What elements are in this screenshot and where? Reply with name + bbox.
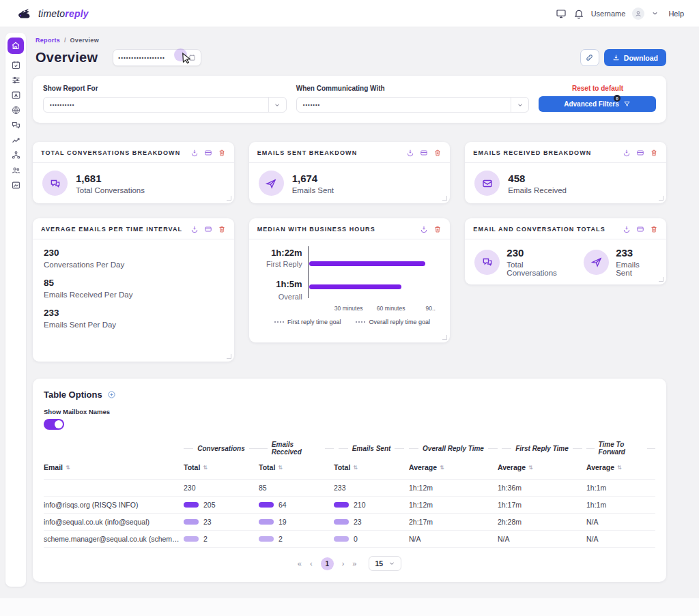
emails-sent-value: 1,674: [292, 173, 334, 184]
sort-icon[interactable]: ⇅: [66, 465, 70, 471]
col-first-average[interactable]: Average⇅: [498, 456, 586, 479]
page-prev-button[interactable]: ‹: [310, 559, 313, 568]
card-delete-icon[interactable]: [650, 225, 658, 233]
help-link[interactable]: Help: [668, 10, 684, 18]
table-column-header: Email⇅ Total⇅ Total⇅ Total⇅ Average⇅ Ave…: [44, 456, 655, 480]
advanced-filters-button[interactable]: Advanced Filters 0: [539, 96, 656, 112]
card-download-icon[interactable]: [623, 149, 631, 157]
avatar[interactable]: [632, 8, 644, 20]
sidebar-item-conversations[interactable]: [10, 119, 22, 131]
card-delete-icon[interactable]: [433, 225, 442, 233]
card-delete-icon[interactable]: [218, 225, 226, 233]
card-delete-icon[interactable]: [433, 149, 442, 157]
breadcrumb-reports[interactable]: Reports: [35, 37, 60, 44]
card-download-icon[interactable]: [420, 225, 428, 233]
card-panel-icon[interactable]: [420, 149, 428, 157]
advanced-filters-badge: 0: [614, 95, 620, 102]
sort-icon[interactable]: ⇅: [203, 465, 208, 471]
totals-conversations-value: 230: [507, 247, 574, 259]
col-overall-average[interactable]: Average⇅: [409, 456, 498, 479]
sidebar-item-home[interactable]: [8, 38, 24, 54]
conversations-per-day-label: Conversations Per Day: [44, 261, 223, 269]
card-emails-received: EMAILS RECEIVED BREAKDOWN 458 Emails Rec…: [465, 142, 666, 203]
table-row[interactable]: info@risqs.org (RISQS INFO) 205 64 210 1…: [44, 497, 655, 514]
sort-icon[interactable]: ⇅: [353, 465, 358, 471]
value-bar: [184, 502, 199, 508]
table-row[interactable]: info@sequal.co.uk (info@sequal) 23 19 23…: [44, 514, 655, 531]
legend-dash-icon: [356, 321, 365, 323]
card-delete-icon[interactable]: [650, 149, 658, 157]
card-download-icon[interactable]: [406, 149, 414, 157]
sidebar-item-users[interactable]: [10, 164, 22, 176]
sidebar-item-web[interactable]: [10, 104, 22, 116]
bell-icon[interactable]: [573, 8, 584, 19]
sort-icon[interactable]: ⇅: [278, 465, 283, 471]
card-download-icon[interactable]: [190, 149, 199, 157]
home-icon: [11, 41, 20, 50]
card-panel-icon[interactable]: [204, 225, 212, 233]
monitor-icon[interactable]: [556, 8, 567, 19]
share-link-button[interactable]: [580, 49, 599, 66]
sort-icon[interactable]: ⇅: [528, 465, 533, 471]
card-download-icon[interactable]: [190, 225, 199, 233]
card-panel-icon[interactable]: [636, 149, 644, 157]
paper-plane-icon: [590, 256, 603, 268]
card-title: TOTAL CONVERSATIONS BREAKDOWN: [41, 149, 180, 156]
reset-to-default-link[interactable]: Reset to default: [572, 85, 623, 92]
card-title: EMAIL AND CONVERSATION TOTALS: [473, 226, 605, 233]
sort-icon[interactable]: ⇅: [617, 465, 622, 471]
sort-icon[interactable]: ⇅: [440, 465, 444, 471]
download-button[interactable]: Download: [604, 49, 666, 66]
resize-handle[interactable]: [442, 335, 447, 340]
page-current[interactable]: 1: [321, 557, 334, 570]
resize-handle[interactable]: [227, 196, 231, 201]
table-row[interactable]: scheme.manager@sequal.co.uk (schem… 2 2 …: [44, 531, 655, 548]
page-next-button[interactable]: ›: [342, 559, 345, 568]
emails-received-per-day-label: Emails Received Per Day: [44, 291, 223, 299]
page-size-select[interactable]: 15: [369, 556, 401, 571]
card-panel-icon[interactable]: [636, 225, 644, 233]
legend-first-reply-goal: First reply time goal: [287, 319, 341, 325]
funnel-icon: [623, 100, 631, 108]
card-panel-icon[interactable]: [204, 149, 212, 157]
sidebar-item-analytics[interactable]: [10, 134, 22, 146]
sidebar-item-teams[interactable]: [10, 149, 22, 161]
chevron-down-icon: [388, 560, 395, 567]
col-email[interactable]: Email⇅: [44, 456, 184, 479]
col-received-total[interactable]: Total⇅: [259, 456, 334, 479]
page-first-button[interactable]: «: [298, 559, 302, 568]
show-report-for-select[interactable]: ••••••••••: [43, 97, 287, 113]
x-tick-90: 90..: [426, 305, 436, 312]
col-forward-average[interactable]: Average⇅: [586, 456, 655, 479]
col-conversations-total[interactable]: Total⇅: [184, 456, 259, 479]
when-communicating-select[interactable]: •••••••: [296, 97, 529, 113]
sidebar-item-settings-list[interactable]: [10, 74, 22, 86]
sidebar-item-contacts[interactable]: [10, 89, 22, 101]
chevron-down-icon[interactable]: [651, 10, 659, 17]
show-mailbox-names-toggle[interactable]: [44, 419, 64, 430]
resize-handle[interactable]: [659, 196, 664, 201]
resize-handle[interactable]: [442, 196, 447, 201]
col-sent-total[interactable]: Total⇅: [334, 456, 409, 479]
card-emails-sent: EMAILS SENT BREAKDOWN 1,674 Emails Sent: [249, 142, 451, 203]
group-conversations: Conversations: [184, 445, 259, 452]
table-options-title: Table Options: [44, 390, 102, 400]
totals-conversations-label: Total Conversations: [507, 261, 574, 277]
resize-handle[interactable]: [659, 277, 664, 282]
card-download-icon[interactable]: [623, 225, 631, 233]
card-total-conversations: TOTAL CONVERSATIONS BREAKDOWN 1,681 Tota…: [33, 142, 234, 203]
brand-logo[interactable]: timetoreply: [16, 7, 89, 20]
page-last-button[interactable]: »: [352, 559, 356, 568]
emails-received-stat-icon: [474, 171, 500, 196]
add-table-option-icon[interactable]: [107, 390, 116, 399]
sidebar-item-calendar[interactable]: [10, 59, 22, 71]
card-delete-icon[interactable]: [218, 149, 226, 157]
link-icon: [585, 53, 594, 62]
sidebar-item-reports[interactable]: [10, 179, 22, 191]
emails-sent-label: Emails Sent: [292, 186, 334, 194]
card-average-per-interval: AVERAGE EMAILS PER TIME INTERVAL 230 Con…: [33, 218, 234, 362]
value-bar: [259, 502, 274, 508]
date-range-input[interactable]: ••••••••••••••••••: [113, 49, 201, 66]
resize-handle[interactable]: [227, 354, 231, 359]
username-label[interactable]: Username: [591, 10, 626, 18]
